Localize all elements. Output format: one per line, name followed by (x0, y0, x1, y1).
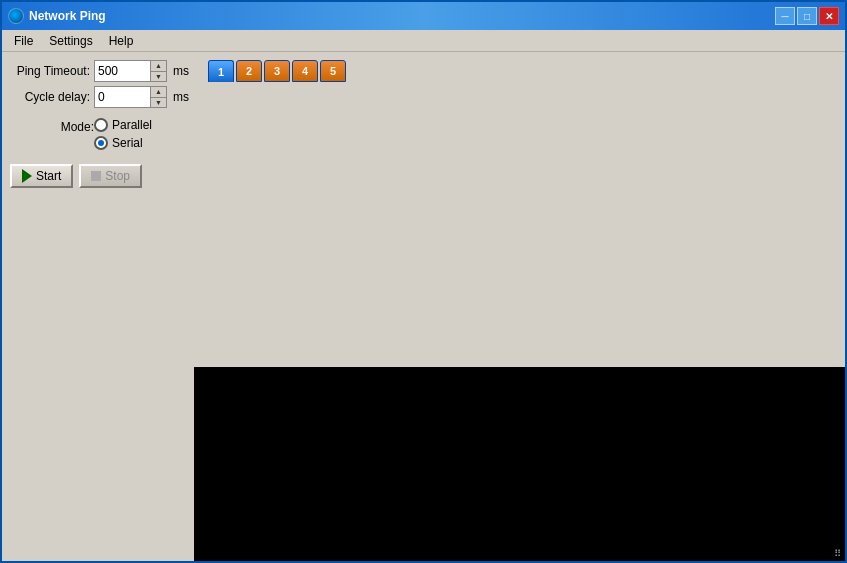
ping-timeout-row: Ping Timeout: ▲ ▼ ms (10, 60, 200, 82)
title-bar: Network Ping ─ □ ✕ (2, 2, 845, 30)
cycle-delay-up[interactable]: ▲ (151, 87, 166, 98)
top-section: Ping Timeout: ▲ ▼ ms Cycle delay: (10, 60, 837, 188)
tab-4[interactable]: 4 (292, 60, 318, 82)
controls-panel: Ping Timeout: ▲ ▼ ms Cycle delay: (10, 60, 200, 188)
radio-serial-circle[interactable] (94, 136, 108, 150)
tab-3[interactable]: 3 (264, 60, 290, 82)
cycle-delay-row: Cycle delay: ▲ ▼ ms (10, 86, 200, 108)
resize-handle[interactable]: ⠿ (834, 549, 841, 559)
ping-timeout-label: Ping Timeout: (10, 64, 90, 78)
cycle-delay-input[interactable] (95, 87, 150, 107)
button-row: Start Stop (10, 164, 200, 188)
ping-timeout-spinbox: ▲ ▼ (94, 60, 167, 82)
stop-icon (91, 171, 101, 181)
close-button[interactable]: ✕ (819, 7, 839, 25)
ping-timeout-down[interactable]: ▼ (151, 72, 166, 82)
radio-parallel-label: Parallel (112, 118, 152, 132)
maximize-button[interactable]: □ (797, 7, 817, 25)
menu-settings[interactable]: Settings (41, 32, 100, 50)
ping-timeout-input[interactable] (95, 61, 150, 81)
window-title: Network Ping (29, 9, 775, 23)
mode-label: Mode: (10, 118, 94, 134)
radio-parallel[interactable]: Parallel (94, 118, 152, 132)
start-label: Start (36, 169, 61, 183)
tab-1[interactable]: 1 (208, 60, 234, 82)
tab-5[interactable]: 5 (320, 60, 346, 82)
tab-bar: 1 2 3 4 5 (208, 60, 837, 82)
minimize-button[interactable]: ─ (775, 7, 795, 25)
ping-timeout-arrows: ▲ ▼ (150, 61, 166, 81)
mode-row: Mode: Parallel Serial (10, 118, 200, 150)
stop-button[interactable]: Stop (79, 164, 142, 188)
radio-parallel-circle[interactable] (94, 118, 108, 132)
cycle-delay-unit: ms (173, 90, 189, 104)
menu-bar: File Settings Help (2, 30, 845, 52)
display-area (194, 367, 845, 561)
menu-help[interactable]: Help (101, 32, 142, 50)
tab-2[interactable]: 2 (236, 60, 262, 82)
stop-label: Stop (105, 169, 130, 183)
tabs-area: 1 2 3 4 5 (208, 60, 837, 82)
cycle-delay-arrows: ▲ ▼ (150, 87, 166, 107)
ping-timeout-unit: ms (173, 64, 189, 78)
mode-radio-group: Parallel Serial (94, 118, 152, 150)
cycle-delay-down[interactable]: ▼ (151, 98, 166, 108)
main-window: Network Ping ─ □ ✕ File Settings Help Pi… (0, 0, 847, 563)
ping-timeout-up[interactable]: ▲ (151, 61, 166, 72)
cycle-delay-label: Cycle delay: (10, 90, 90, 104)
radio-serial-label: Serial (112, 136, 143, 150)
start-button[interactable]: Start (10, 164, 73, 188)
play-icon (22, 169, 32, 183)
app-icon (8, 8, 24, 24)
menu-file[interactable]: File (6, 32, 41, 50)
cycle-delay-spinbox: ▲ ▼ (94, 86, 167, 108)
window-body: Ping Timeout: ▲ ▼ ms Cycle delay: (2, 52, 845, 561)
title-buttons: ─ □ ✕ (775, 7, 839, 25)
radio-serial[interactable]: Serial (94, 136, 152, 150)
